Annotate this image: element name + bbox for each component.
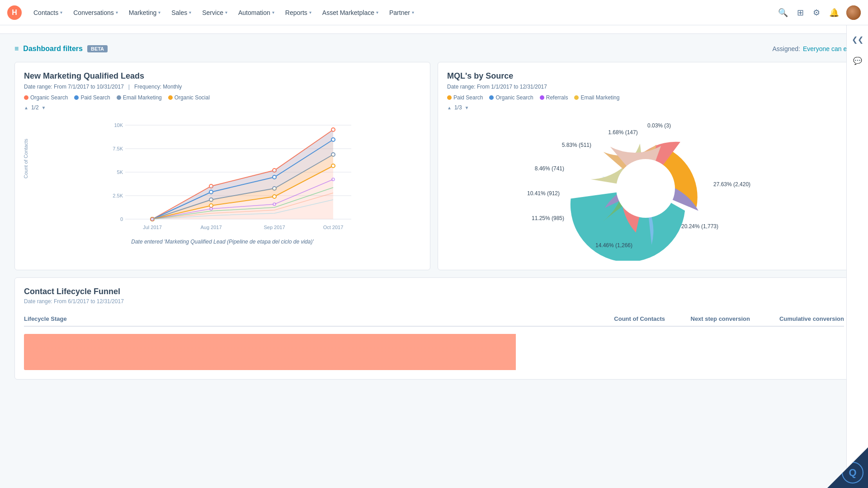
chart2-date-range: Date range: From 1/1/2017 to 12/31/2017 bbox=[447, 84, 844, 90]
line-chart-container: Count of Contacts 10K 7.5K 5K 2.5K 0 bbox=[24, 116, 421, 235]
top-navigation: H Contacts ▾ Conversations ▾ Marketing ▾… bbox=[0, 0, 868, 25]
svg-text:11.25% (985): 11.25% (985) bbox=[532, 215, 564, 221]
funnel-col-next-step: Next step conversion bbox=[669, 315, 750, 322]
collapse-icon[interactable]: ❮❮ bbox=[849, 33, 866, 47]
funnel-col-count: Count of Contacts bbox=[584, 315, 665, 322]
charts-grid: New Marketing Qualified Leads Date range… bbox=[14, 62, 854, 270]
legend-item-paid-search: Paid Search bbox=[447, 94, 483, 101]
svg-text:0.03% (3): 0.03% (3) bbox=[647, 122, 671, 129]
hubspot-logo[interactable]: H bbox=[7, 5, 22, 20]
chart2-title: MQL's by Source bbox=[447, 71, 844, 81]
dashboard-area: ≡ Dashboard filters BETA Assigned: Every… bbox=[0, 34, 868, 390]
legend-dot-referrals bbox=[540, 95, 544, 100]
svg-point-32 bbox=[273, 195, 276, 198]
legend-dot-email bbox=[574, 95, 579, 100]
marketplace-icon[interactable]: ⊞ bbox=[795, 6, 806, 19]
legend-dot-social bbox=[168, 95, 173, 100]
chevron-down-icon: ▾ bbox=[376, 10, 378, 15]
funnel-bar-row bbox=[24, 334, 844, 370]
svg-text:20.24% (1,773): 20.24% (1,773) bbox=[681, 223, 718, 230]
pagination-prev-icon[interactable]: ▲ bbox=[24, 105, 28, 110]
chevron-down-icon: ▾ bbox=[60, 10, 62, 15]
legend-item-paid-search: Paid Search bbox=[74, 94, 110, 101]
svg-point-38 bbox=[616, 159, 675, 218]
svg-text:14.46% (1,266): 14.46% (1,266) bbox=[595, 242, 632, 249]
legend-dot-organic bbox=[24, 95, 28, 100]
chart1-title: New Marketing Qualified Leads bbox=[24, 71, 421, 81]
nav-item-reports[interactable]: Reports ▾ bbox=[281, 6, 316, 19]
nav-item-asset-marketplace[interactable]: Asset Marketplace ▾ bbox=[318, 6, 383, 19]
chart1-pagination: ▲ 1/2 ▼ bbox=[24, 104, 421, 111]
legend-dot-paid bbox=[447, 95, 452, 100]
nav-item-automation[interactable]: Automation ▾ bbox=[234, 6, 279, 19]
svg-point-33 bbox=[331, 164, 335, 168]
funnel-col-lifecycle: Lifecycle Stage bbox=[24, 315, 580, 322]
avatar-image bbox=[846, 5, 861, 20]
funnel-table-header: Lifecycle Stage Count of Contacts Next s… bbox=[24, 312, 844, 327]
svg-text:0: 0 bbox=[120, 216, 123, 222]
donut-chart-svg: 27.63% (2,420) 20.24% (1,773) 14.46% (1,… bbox=[519, 116, 772, 261]
user-avatar[interactable] bbox=[846, 5, 861, 20]
new-mql-chart-card: New Marketing Qualified Leads Date range… bbox=[14, 62, 430, 270]
svg-text:27.63% (2,420): 27.63% (2,420) bbox=[713, 181, 750, 188]
y-axis-label: Count of Contacts bbox=[23, 138, 28, 178]
nav-item-contacts[interactable]: Contacts ▾ bbox=[29, 6, 67, 19]
filters-left: ≡ Dashboard filters BETA bbox=[14, 45, 108, 53]
nav-item-conversations[interactable]: Conversations ▾ bbox=[69, 6, 123, 19]
chevron-down-icon: ▾ bbox=[158, 10, 160, 15]
chevron-down-icon: ▾ bbox=[116, 10, 118, 15]
chevron-down-icon: ▾ bbox=[225, 10, 227, 15]
chart1-legend: Organic Search Paid Search Email Marketi… bbox=[24, 94, 421, 101]
chart2-legend: Paid Search Organic Search Referrals Ema… bbox=[447, 94, 844, 101]
nav-item-marketing[interactable]: Marketing ▾ bbox=[124, 6, 165, 19]
filters-bar: ≡ Dashboard filters BETA Assigned: Every… bbox=[14, 45, 854, 53]
assigned-section: Assigned: Everyone can edit bbox=[772, 45, 854, 52]
chart1-caption: Date entered 'Marketing Qualified Lead (… bbox=[24, 239, 421, 245]
content-wrapper: ☆ Lead Generation ▾ Create dashboard Act… bbox=[0, 0, 868, 463]
svg-text:10K: 10K bbox=[114, 122, 123, 128]
nav-item-partner[interactable]: Partner ▾ bbox=[385, 6, 419, 19]
beta-badge: BETA bbox=[87, 45, 108, 52]
settings-icon[interactable]: ⚙ bbox=[811, 6, 822, 19]
svg-text:Jul 2017: Jul 2017 bbox=[143, 225, 162, 230]
filters-label[interactable]: Dashboard filters bbox=[23, 45, 83, 53]
pagination-prev-icon[interactable]: ▲ bbox=[447, 105, 452, 110]
svg-point-31 bbox=[209, 204, 213, 207]
pagination-next-icon[interactable]: ▼ bbox=[42, 105, 46, 110]
notifications-icon[interactable]: 🔔 bbox=[827, 6, 841, 19]
chevron-down-icon: ▾ bbox=[189, 10, 191, 15]
chart1-date-range: Date range: From 7/1/2017 to 10/31/2017 … bbox=[24, 84, 421, 90]
pagination-next-icon[interactable]: ▼ bbox=[465, 105, 469, 110]
svg-text:8.46% (741): 8.46% (741) bbox=[535, 165, 564, 172]
svg-text:Sep 2017: Sep 2017 bbox=[264, 225, 285, 230]
funnel-card: Contact Lifecycle Funnel Date range: Fro… bbox=[14, 277, 854, 380]
legend-item-referrals: Referrals bbox=[540, 94, 568, 101]
search-icon[interactable]: 🔍 bbox=[776, 6, 790, 19]
nav-item-sales[interactable]: Sales ▾ bbox=[167, 6, 196, 19]
nav-item-service[interactable]: Service ▾ bbox=[198, 6, 232, 19]
right-panel: ❮❮ 💬 bbox=[846, 25, 868, 463]
svg-text:7.5K: 7.5K bbox=[113, 146, 123, 151]
legend-dot-paid bbox=[74, 95, 79, 100]
nav-right-section: 🔍 ⊞ ⚙ 🔔 bbox=[776, 5, 861, 20]
chat-icon[interactable]: 💬 bbox=[850, 54, 865, 68]
legend-dot-organic bbox=[489, 95, 494, 100]
legend-item-organic-social: Organic Social bbox=[168, 94, 210, 101]
line-chart-svg: 10K 7.5K 5K 2.5K 0 Jul 2017 Aug 2017 Sep… bbox=[47, 116, 421, 234]
chevron-down-icon: ▾ bbox=[412, 10, 414, 15]
svg-text:2.5K: 2.5K bbox=[113, 193, 123, 198]
svg-text:5K: 5K bbox=[117, 169, 123, 175]
chart2-pagination: ▲ 1/3 ▼ bbox=[447, 104, 844, 111]
legend-dot-email bbox=[117, 95, 121, 100]
svg-point-37 bbox=[332, 178, 335, 181]
svg-text:5.83% (511): 5.83% (511) bbox=[562, 142, 591, 148]
chevron-down-icon: ▾ bbox=[309, 10, 311, 15]
assigned-label: Assigned: bbox=[772, 45, 800, 52]
svg-text:10.41% (912): 10.41% (912) bbox=[527, 190, 560, 197]
funnel-col-cumulative: Cumulative conversion bbox=[754, 315, 844, 322]
nav-items-container: Contacts ▾ Conversations ▾ Marketing ▾ S… bbox=[29, 6, 776, 19]
funnel-title: Contact Lifecycle Funnel bbox=[24, 287, 844, 296]
svg-point-36 bbox=[273, 203, 276, 206]
svg-point-35 bbox=[210, 207, 212, 210]
funnel-date: Date range: From 6/1/2017 to 12/31/2017 bbox=[24, 298, 844, 305]
